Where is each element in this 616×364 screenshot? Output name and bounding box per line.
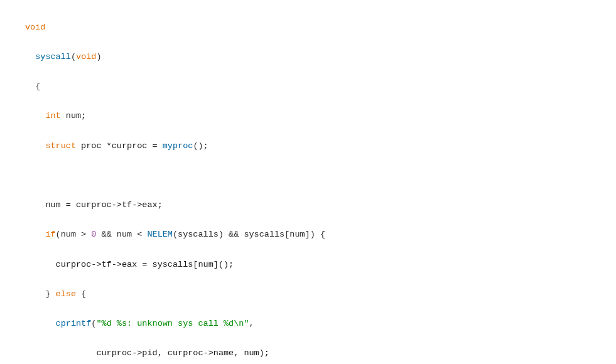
keyword: void	[25, 23, 45, 32]
code-line	[25, 168, 616, 183]
function-name: syscall	[35, 52, 71, 62]
code-line: {	[25, 79, 616, 94]
code-line: } else {	[25, 287, 616, 302]
code-line: num = curproc->tf->eax;	[25, 198, 616, 213]
code-line: void	[25, 20, 616, 35]
code-line: cprintf("%d %s: unknown sys call %d\n",	[25, 316, 616, 331]
code-line: syscall(void)	[25, 50, 616, 65]
code-block: void syscall(void) { int num; struct pro…	[0, 0, 616, 364]
code-line: curproc->pid, curproc->name, num);	[25, 346, 616, 361]
code-line: struct proc *curproc = myproc();	[25, 139, 616, 154]
code-line: if(num > 0 && num < NELEM(syscalls) && s…	[25, 227, 616, 242]
code-line: curproc->tf->eax = syscalls[num]();	[25, 257, 616, 272]
code-line: int num;	[25, 109, 616, 124]
